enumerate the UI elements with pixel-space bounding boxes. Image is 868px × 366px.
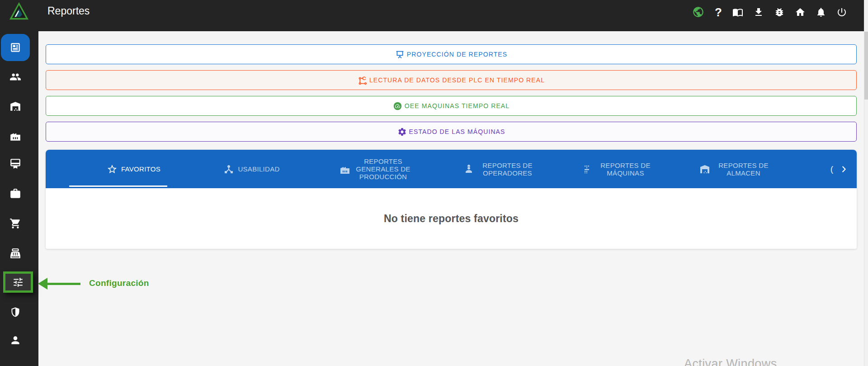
power-icon[interactable] — [836, 7, 847, 18]
warehouse-icon — [699, 164, 710, 175]
sidebar-item-warehouse[interactable] — [0, 95, 31, 118]
page-title: Reportes — [47, 5, 90, 17]
favorites-empty-panel: No tiene reportes favoritos — [46, 188, 857, 249]
button-label: LECTURA DE DATOS DESDE PLC EN TIEMPO REA… — [369, 76, 545, 84]
shopping-cart-icon — [9, 218, 21, 229]
sidebar-item-certificates[interactable] — [0, 152, 31, 176]
plc-realtime-button[interactable]: LECTURA DE DATOS DESDE PLC EN TIEMPO REA… — [46, 70, 857, 90]
sidebar-item-sales[interactable] — [0, 242, 31, 265]
gear-icon — [397, 127, 407, 137]
tab-label: FAVORITOS — [121, 165, 160, 173]
empty-message: No tiene reportes favoritos — [384, 213, 519, 225]
page-scrollbar[interactable] — [864, 0, 868, 366]
button-label: PROYECCIÓN DE REPORTES — [407, 51, 507, 58]
bug-report-icon[interactable] — [774, 7, 785, 18]
machine-status-button[interactable]: ESTADO DE LAS MÁQUINAS — [46, 122, 857, 142]
oee-realtime-button[interactable]: OEE MAQUINAS TIEMPO REAL — [46, 96, 857, 116]
operator-icon — [463, 164, 474, 175]
cash-register-icon — [9, 247, 21, 259]
person-icon — [9, 334, 21, 346]
tab-label: REPORTES DE MÁQUINAS — [596, 162, 656, 177]
tab-reportes-operadores[interactable]: REPORTES DE OPERADORES — [441, 150, 559, 188]
warehouse-icon — [9, 100, 21, 112]
tab-reportes-almacen[interactable]: REPORTES DE ALMACEN — [677, 150, 795, 188]
tab-reportes-produccion[interactable]: REPORTES GENERALES DE PRODUCCIÓN — [311, 150, 441, 188]
topbar: Reportes ? — [0, 0, 864, 31]
annotation-label: Configuración — [89, 278, 149, 288]
sidebar-item-users[interactable] — [0, 65, 31, 89]
manual-book-icon[interactable] — [732, 7, 743, 18]
scrollbar-thumb[interactable] — [864, 32, 868, 100]
tab-favoritos[interactable]: FAVORITOS — [75, 150, 193, 188]
sidebar — [0, 0, 38, 366]
report-tabbar: FAVORITOS USABILIDAD REPORTES GENERALES … — [46, 150, 857, 188]
tab-label: USABILIDAD — [238, 165, 279, 173]
notifications-bell-icon[interactable] — [816, 7, 826, 18]
shield-icon — [9, 306, 21, 318]
button-label: OEE MAQUINAS TIEMPO REAL — [405, 102, 509, 109]
sidebar-item-profile[interactable] — [0, 328, 31, 352]
annotation-arrow-head — [38, 278, 47, 290]
factory-icon — [9, 130, 21, 142]
sidebar-item-production[interactable] — [0, 124, 31, 147]
chevron-right-icon[interactable] — [838, 150, 849, 188]
star-icon — [107, 164, 118, 175]
sidebar-item-jobs[interactable] — [0, 182, 31, 205]
machine-icon — [581, 164, 592, 175]
overflow-tab-partial: ( — [830, 150, 833, 188]
sidebar-item-reports[interactable] — [1, 34, 30, 61]
certificate-icon — [9, 158, 21, 170]
factory-icon — [340, 164, 350, 175]
gauge-icon — [393, 101, 402, 111]
tab-usabilidad[interactable]: USABILIDAD — [193, 150, 311, 188]
globe-icon[interactable] — [692, 6, 704, 18]
tab-label: REPORTES DE ALMACEN — [714, 162, 774, 177]
annotation-arrow-tail — [47, 283, 80, 285]
reports-newspaper-icon — [9, 42, 21, 53]
topbar-actions: ? — [692, 6, 847, 18]
users-group-icon — [9, 71, 21, 83]
help-icon[interactable]: ? — [714, 7, 722, 18]
button-label: ESTADO DE LAS MÁQUINAS — [409, 128, 505, 135]
hub-icon — [223, 164, 234, 175]
sidebar-item-purchases[interactable] — [0, 212, 31, 235]
download-icon[interactable] — [753, 7, 764, 18]
tab-reportes-maquinas[interactable]: REPORTES DE MÁQUINAS — [559, 150, 677, 188]
tab-label: REPORTES DE OPERADORES — [478, 162, 538, 177]
sidebar-item-security[interactable] — [0, 300, 31, 324]
windows-activation-watermark: Activar Windows — [684, 357, 777, 366]
projection-reports-button[interactable]: PROYECCIÓN DE REPORTES — [46, 44, 857, 64]
active-tab-underline — [69, 185, 167, 187]
projection-screen-icon — [395, 50, 405, 59]
settings-sliders-icon — [12, 276, 24, 288]
home-icon[interactable] — [795, 7, 806, 18]
tab-label: REPORTES GENERALES DE PRODUCCIÓN — [354, 157, 413, 181]
triangle-logo — [9, 1, 29, 20]
sidebar-item-configuration[interactable] — [3, 271, 33, 293]
robot-arm-icon — [358, 76, 367, 85]
briefcase-icon — [9, 188, 21, 200]
reports-card: FAVORITOS USABILIDAD REPORTES GENERALES … — [46, 150, 857, 249]
